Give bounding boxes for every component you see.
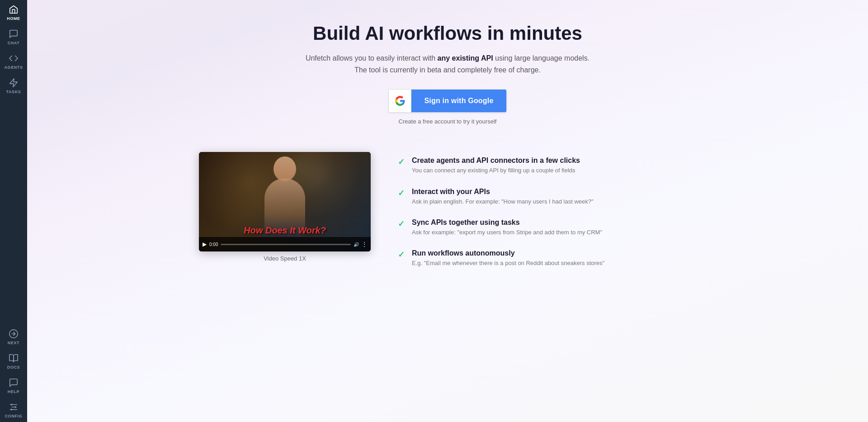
- video-section: How Does It Work? ▶ 0:00 🔊 ⋮ Video Speed…: [199, 152, 371, 262]
- video-volume-icon[interactable]: 🔊: [354, 242, 359, 247]
- feature-title: Run workflows autonomously: [412, 249, 604, 257]
- video-person-head: [274, 156, 296, 181]
- sidebar-tasks-label: TASKS: [6, 90, 21, 94]
- feature-content: Run workflows autonomously E.g. "Email m…: [412, 249, 604, 267]
- svg-point-8: [11, 409, 13, 411]
- hero-subtitle-line2: The tool is currently in beta and comple…: [354, 66, 541, 74]
- video-thumbnail: How Does It Work?: [199, 152, 371, 251]
- hero-subtitle-plain: Unfetch allows you to easily interact wi…: [306, 54, 438, 62]
- svg-marker-0: [10, 79, 18, 87]
- chat-icon: [9, 29, 19, 39]
- hero-subtitle: Unfetch allows you to easily interact wi…: [306, 52, 590, 76]
- feature-check-icon: ✓: [398, 188, 405, 198]
- config-icon: [9, 402, 19, 412]
- sidebar: HOME CHAT AGENTS TASKS NEXT: [0, 0, 27, 422]
- google-btn-label: Sign in with Google: [411, 90, 506, 112]
- sidebar-agents-label: AGENTS: [4, 65, 23, 70]
- feature-title: Sync APIs together using tasks: [412, 218, 602, 227]
- google-signin-button[interactable]: Sign in with Google: [388, 89, 506, 113]
- svg-point-7: [15, 406, 17, 408]
- feature-title: Interact with your APIs: [412, 188, 594, 196]
- next-icon: [9, 329, 19, 339]
- hero-section: Build AI workflows in minutes Unfetch al…: [306, 23, 590, 76]
- feature-desc: Ask for example: "export my users from S…: [412, 228, 602, 237]
- sidebar-chat-label: CHAT: [8, 41, 20, 45]
- sidebar-next-label: NEXT: [8, 341, 19, 345]
- feature-check-icon: ✓: [398, 219, 405, 229]
- sidebar-docs-label: DOCS: [7, 365, 20, 370]
- feature-item: ✓ Create agents and API connectors in a …: [398, 156, 696, 175]
- agents-icon: [9, 53, 19, 63]
- feature-item: ✓ Sync APIs together using tasks Ask for…: [398, 218, 696, 237]
- features-list: ✓ Create agents and API connectors in a …: [398, 152, 696, 267]
- video-progress-bar[interactable]: [221, 244, 351, 245]
- feature-item: ✓ Interact with your APIs Ask in plain e…: [398, 188, 696, 206]
- hero-subtitle-bold: any existing API: [438, 54, 493, 62]
- google-logo-icon: [395, 95, 406, 106]
- feature-desc: You can connect any existing API by fill…: [412, 166, 580, 175]
- video-time-display: 0:00: [209, 242, 218, 247]
- signin-note: Create a free account to try it yourself: [399, 118, 497, 125]
- video-more-options[interactable]: ⋮: [362, 241, 367, 247]
- sidebar-item-next[interactable]: NEXT: [0, 324, 27, 349]
- video-controls-bar: ▶ 0:00 🔊 ⋮: [199, 237, 371, 251]
- feature-item: ✓ Run workflows autonomously E.g. "Email…: [398, 249, 696, 267]
- google-icon-wrapper: [389, 90, 411, 112]
- feature-title: Create agents and API connectors in a fe…: [412, 156, 580, 165]
- feature-desc: E.g. "Email me whenever there is a post …: [412, 259, 604, 267]
- sidebar-item-config[interactable]: CONFIG: [0, 398, 27, 422]
- signin-section: Sign in with Google Create a free accoun…: [388, 89, 506, 125]
- content-grid: How Does It Work? ▶ 0:00 🔊 ⋮ Video Speed…: [199, 152, 696, 267]
- sidebar-item-agents[interactable]: AGENTS: [0, 49, 27, 73]
- feature-desc: Ask in plain english. For example: "How …: [412, 198, 594, 206]
- hero-title: Build AI workflows in minutes: [306, 23, 590, 44]
- home-icon: [9, 5, 19, 14]
- feature-content: Sync APIs together using tasks Ask for e…: [412, 218, 602, 237]
- sidebar-config-label: CONFIG: [5, 414, 23, 418]
- sidebar-home-label: HOME: [7, 16, 20, 21]
- video-overlay-title: How Does It Work?: [244, 225, 326, 236]
- feature-content: Interact with your APIs Ask in plain eng…: [412, 188, 594, 206]
- hero-subtitle-rest: using large language models.: [493, 54, 590, 62]
- video-caption: Video Speed 1X: [264, 255, 306, 262]
- main-content: Build AI workflows in minutes Unfetch al…: [27, 0, 868, 422]
- svg-point-6: [11, 404, 13, 406]
- help-icon: [9, 378, 19, 388]
- video-play-button[interactable]: ▶: [203, 241, 207, 247]
- sidebar-item-docs[interactable]: DOCS: [0, 349, 27, 373]
- feature-check-icon: ✓: [398, 250, 405, 260]
- feature-content: Create agents and API connectors in a fe…: [412, 156, 580, 175]
- sidebar-item-tasks[interactable]: TASKS: [0, 73, 27, 98]
- sidebar-item-home[interactable]: HOME: [0, 0, 27, 24]
- sidebar-item-help[interactable]: HELP: [0, 373, 27, 398]
- docs-icon: [9, 353, 19, 363]
- video-player[interactable]: How Does It Work? ▶ 0:00 🔊 ⋮: [199, 152, 371, 251]
- tasks-icon: [9, 78, 19, 88]
- feature-check-icon: ✓: [398, 157, 405, 167]
- sidebar-help-label: HELP: [8, 389, 19, 394]
- sidebar-item-chat[interactable]: CHAT: [0, 24, 27, 49]
